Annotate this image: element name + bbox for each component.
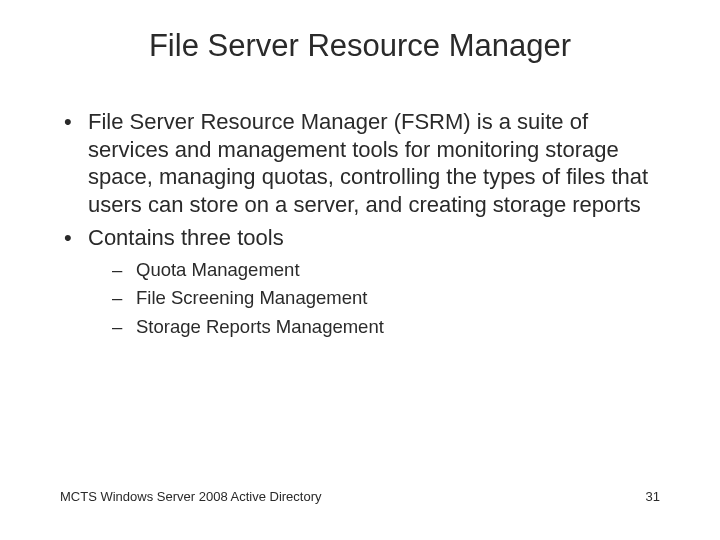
sub-bullet-text: Storage Reports Management — [136, 316, 384, 337]
bullet-text: Contains three tools — [88, 225, 284, 250]
bullet-item: File Server Resource Manager (FSRM) is a… — [60, 108, 660, 218]
sub-bullet-text: Quota Management — [136, 259, 300, 280]
sub-bullet-item: File Screening Management — [88, 286, 660, 311]
footer-left: MCTS Windows Server 2008 Active Director… — [60, 489, 322, 504]
bullet-text: File Server Resource Manager (FSRM) is a… — [88, 109, 648, 217]
slide-body: File Server Resource Manager (FSRM) is a… — [60, 108, 660, 346]
bullet-list-level1: File Server Resource Manager (FSRM) is a… — [60, 108, 660, 340]
slide-title: File Server Resource Manager — [0, 28, 720, 64]
slide-number: 31 — [646, 489, 660, 504]
sub-bullet-text: File Screening Management — [136, 287, 367, 308]
bullet-list-level2: Quota Management File Screening Manageme… — [88, 258, 660, 341]
sub-bullet-item: Quota Management — [88, 258, 660, 283]
slide: File Server Resource Manager File Server… — [0, 0, 720, 540]
bullet-item: Contains three tools Quota Management Fi… — [60, 224, 660, 340]
sub-bullet-item: Storage Reports Management — [88, 315, 660, 340]
